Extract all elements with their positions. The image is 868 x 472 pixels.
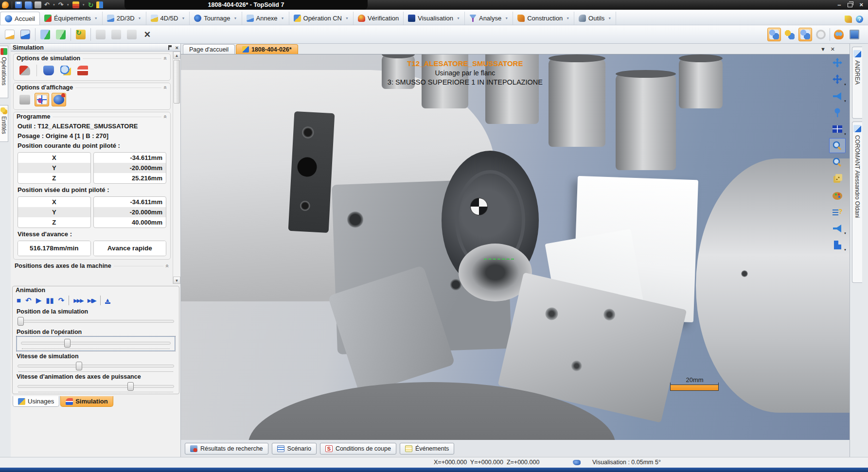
machine-simulation-button[interactable] xyxy=(783,28,797,41)
simulate-button[interactable] xyxy=(767,28,781,41)
simulation-mode-button[interactable] xyxy=(798,28,812,41)
projection-button[interactable]: ▼ xyxy=(829,221,846,236)
save-all-icon[interactable] xyxy=(25,1,32,8)
stop-button[interactable]: ■ xyxy=(17,296,21,305)
dock-tab-operations[interactable]: Opérations xyxy=(0,46,8,98)
menu-tab-equipements[interactable]: Équipements▼ xyxy=(40,12,103,25)
undo-dropdown-icon[interactable]: ▼ xyxy=(53,3,55,6)
dock-tab-andrea[interactable]: ANDREA xyxy=(852,47,862,119)
menu-tab-tournage[interactable]: Tournage▼ xyxy=(190,12,242,25)
forward-button[interactable]: ↷ xyxy=(58,296,65,305)
scrollbar-thumb[interactable] xyxy=(174,60,180,104)
new-from-template-button[interactable] xyxy=(18,28,32,41)
screenshot-button[interactable] xyxy=(848,28,861,41)
fast-forward-button[interactable]: ▶▶▶ xyxy=(73,296,83,305)
save-icon[interactable] xyxy=(15,1,22,8)
scroll-down-icon[interactable]: ▼ xyxy=(173,277,180,284)
help-icon[interactable]: ? xyxy=(856,16,863,23)
display-option-rotation[interactable] xyxy=(52,93,66,106)
zoom-window-button[interactable] xyxy=(829,155,846,170)
slider-track[interactable] xyxy=(18,320,174,323)
sim-option-collision[interactable] xyxy=(58,64,73,77)
menu-tab-annexe[interactable]: Annexe▼ xyxy=(242,12,289,25)
menu-tab-operation-cn[interactable]: Opération CN▼ xyxy=(289,12,354,25)
display-options-button[interactable]: ? xyxy=(829,204,846,219)
sim-option-stock[interactable] xyxy=(75,64,90,77)
chart-icon[interactable] xyxy=(96,1,103,8)
simulation-speed-slider[interactable] xyxy=(18,361,174,371)
redo-icon[interactable]: ↷ xyxy=(58,1,64,8)
display-option-machine[interactable] xyxy=(18,93,32,106)
restore-button[interactable] xyxy=(848,3,852,7)
collapse-icon[interactable]: « xyxy=(162,57,169,60)
display-option-axes[interactable] xyxy=(35,93,49,106)
pan-button[interactable] xyxy=(829,55,846,70)
tab-scenario[interactable]: Scénario xyxy=(272,443,317,455)
verify-button[interactable] xyxy=(832,28,846,41)
view-orientation-button[interactable] xyxy=(829,171,846,186)
tab-close-icon[interactable]: ✕ xyxy=(831,46,835,52)
slider-track[interactable] xyxy=(21,342,171,345)
operation-position-slider[interactable] xyxy=(21,338,171,349)
rewind-button[interactable]: ↶ xyxy=(25,296,32,305)
simulation-position-slider[interactable] xyxy=(18,316,174,327)
step-forward-button[interactable]: ▶▮▶ xyxy=(88,296,96,305)
menu-tab-outils[interactable]: Outils▼ xyxy=(574,12,616,25)
import-document-button[interactable] xyxy=(38,28,52,41)
sim-option-material-removal[interactable] xyxy=(18,64,32,77)
sim-option-tool[interactable] xyxy=(41,64,56,77)
tab-list-dropdown-icon[interactable]: ▼ xyxy=(820,46,826,52)
dock-tab-entites[interactable]: Entités xyxy=(0,105,8,142)
layers-dropdown-icon[interactable]: ▼ xyxy=(82,3,85,6)
power-axes-speed-slider[interactable] xyxy=(18,381,174,392)
customize-icon[interactable] xyxy=(845,16,852,23)
panel-scrollbar[interactable]: ▲ ▼ xyxy=(173,52,180,284)
viewports-layout-button[interactable]: ▼ xyxy=(829,122,846,137)
slider-thumb[interactable] xyxy=(127,382,134,391)
tab-resultats-recherche[interactable]: Résultats de recherche xyxy=(185,443,268,455)
play-button[interactable]: ▶ xyxy=(36,296,42,305)
delete-button[interactable]: × xyxy=(141,28,154,41)
pause-button[interactable]: ▮▮ xyxy=(46,296,54,305)
tab-simulation[interactable]: Simulation xyxy=(60,396,113,407)
collapse-icon[interactable]: « xyxy=(164,264,171,268)
menu-tab-accueil[interactable]: Accueil xyxy=(0,12,40,25)
undo-icon[interactable]: ↶ xyxy=(44,1,50,8)
slider-thumb[interactable] xyxy=(18,317,24,326)
collapse-icon[interactable]: « xyxy=(162,115,169,119)
rotate-button[interactable]: ▼ xyxy=(829,72,846,87)
zoom-button[interactable] xyxy=(829,138,846,153)
minimize-button[interactable]: – xyxy=(837,0,841,9)
close-button[interactable]: × xyxy=(859,0,863,9)
slider-track[interactable] xyxy=(18,385,174,388)
print-icon[interactable] xyxy=(35,1,41,8)
tab-usinages[interactable]: Usinages xyxy=(13,396,59,407)
viewport-3d[interactable]: T12_ALESATORE_SMUSSATORE Usinage par le … xyxy=(181,54,850,440)
collapse-icon[interactable]: « xyxy=(162,86,169,89)
tab-conditions-coupe[interactable]: S Conditions de coupe xyxy=(320,443,396,455)
slider-thumb[interactable] xyxy=(76,362,82,370)
redo-dropdown-icon[interactable]: ▼ xyxy=(67,3,70,6)
tab-document[interactable]: 1808-404-026* xyxy=(236,44,298,54)
new-document-button[interactable] xyxy=(3,28,17,41)
dock-tab-coromant[interactable]: COROMANT Alessandro Oldani xyxy=(852,122,862,283)
menu-tab-construction[interactable]: Construction▼ xyxy=(513,12,574,25)
eject-button[interactable]: ▲ xyxy=(105,297,110,304)
pin-icon[interactable] xyxy=(168,45,172,50)
refresh-icon[interactable]: ↻ xyxy=(88,1,94,8)
package-button[interactable] xyxy=(74,28,88,41)
menu-tab-analyse[interactable]: Analyse▼ xyxy=(465,12,513,25)
component-display-button[interactable]: ▼ xyxy=(829,237,846,252)
menu-tab-verification[interactable]: Vérification xyxy=(354,12,404,25)
machine-axes-header[interactable]: Positions des axes de la machine « xyxy=(11,262,173,269)
pin-view-button[interactable] xyxy=(829,105,846,120)
export-document-button[interactable] xyxy=(54,28,68,41)
slider-track[interactable] xyxy=(18,365,174,367)
render-style-button[interactable] xyxy=(829,188,846,203)
camera-button[interactable]: ▼ xyxy=(829,88,846,104)
menu-tab-visualisation[interactable]: Visualisation▼ xyxy=(404,12,465,25)
slider-thumb[interactable] xyxy=(64,339,71,348)
scroll-up-icon[interactable]: ▲ xyxy=(173,52,180,59)
menu-tab-4d5d[interactable]: 4D/5D▼ xyxy=(146,12,190,25)
tab-evenements[interactable]: Événements xyxy=(400,443,454,455)
